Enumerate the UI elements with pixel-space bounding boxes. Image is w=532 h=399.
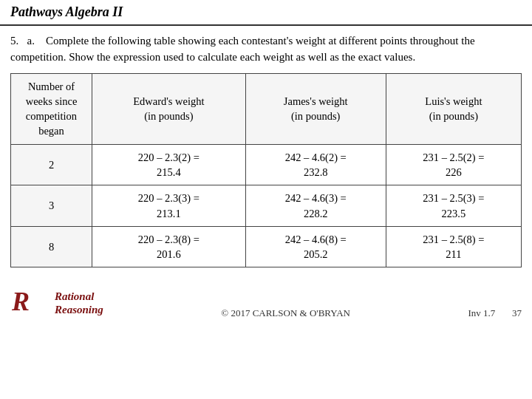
edward-weight-row2: 220 – 2.3(8) = 201.6 [92, 226, 246, 267]
footer-inv-page: Inv 1.7 37 [468, 307, 522, 319]
weight-table: Number of weeks since competition began … [10, 73, 522, 268]
luis-weight-row2: 231 – 2.5(8) = 211 [386, 226, 521, 267]
problem-statement: 5. a. Complete the following table showi… [10, 33, 522, 66]
edward-weight-row1: 220 – 2.3(3) = 213.1 [92, 185, 246, 227]
header: Pathways Algebra II [0, 0, 532, 26]
col4-header: Luis's weight (in pounds) [386, 73, 521, 144]
problem-number: 5. [10, 35, 18, 47]
luis-weight-row1: 231 – 2.5(3) = 223.5 [386, 185, 521, 227]
main-content: 5. a. Complete the following table showi… [0, 26, 532, 275]
footer-copyright: © 2017 CARLSON & O'BRYAN [221, 307, 350, 319]
luis-weight-row0: 231 – 2.5(2) = 226 [386, 144, 521, 185]
table-row-week-3: 3 [11, 185, 92, 227]
table-row-week-2: 2 [11, 144, 92, 185]
james-weight-row0: 242 – 4.6(2) = 232.8 [245, 144, 386, 185]
logo-block: R Rational Reasoning [10, 287, 103, 319]
footer-page: 37 [512, 307, 522, 318]
james-weight-row1: 242 – 4.6(3) = 228.2 [245, 185, 386, 227]
logo-text: Rational Reasoning [55, 290, 103, 318]
table-row-week-8: 8 [11, 226, 92, 267]
footer-inv: Inv 1.7 [468, 307, 495, 318]
col3-header: James's weight (in pounds) [245, 73, 386, 144]
logo-line1: Rational [55, 290, 103, 304]
col2-header: Edward's weight (in pounds) [92, 73, 246, 144]
logo-icon: R [10, 287, 50, 319]
james-weight-row2: 242 – 4.6(8) = 205.2 [245, 226, 386, 267]
problem-text: Complete the following table showing eac… [10, 35, 475, 63]
svg-text:R: R [11, 287, 30, 316]
logo-line2: Reasoning [55, 303, 103, 317]
problem-part: a. [27, 35, 35, 47]
footer: R Rational Reasoning © 2017 CARLSON & O'… [0, 279, 532, 325]
page-title: Pathways Algebra II [10, 4, 123, 19]
col1-header: Number of weeks since competition began [11, 73, 92, 144]
edward-weight-row0: 220 – 2.3(2) = 215.4 [92, 144, 246, 185]
